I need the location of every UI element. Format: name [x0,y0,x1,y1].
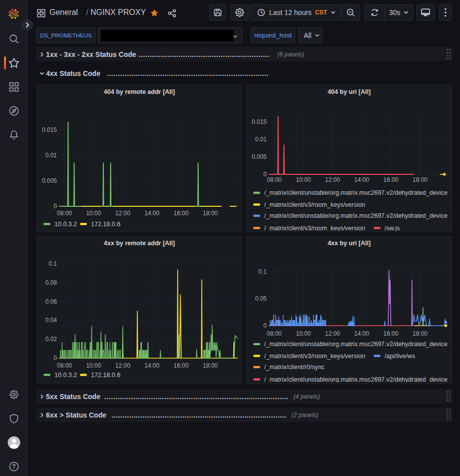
svg-text:08:00: 08:00 [57,362,72,369]
svg-text:10:00: 10:00 [86,362,101,369]
svg-text:/sw.js: /sw.js [385,225,400,232]
svg-text:/_matrix/client/unstable/org.m: /_matrix/client/unstable/org.matrix.msc2… [264,212,448,219]
svg-text:/_matrix/client/unstable/org.m: /_matrix/client/unstable/org.matrix.msc2… [264,189,448,196]
svg-text:0.05: 0.05 [255,295,267,302]
svg-text:0.02: 0.02 [45,336,57,343]
svg-text:08:00: 08:00 [57,210,72,217]
svg-text:0.08: 0.08 [45,279,57,286]
svg-text:16:00: 16:00 [174,210,189,217]
svg-text:18:00: 18:00 [413,176,428,183]
svg-text:0: 0 [263,322,267,329]
svg-text:08:00: 08:00 [267,330,282,337]
svg-text:18:00: 18:00 [413,330,428,337]
svg-text:12:00: 12:00 [115,210,130,217]
svg-text:08:00: 08:00 [267,176,282,183]
svg-text:/_matrix/client/v3/room_keys/v: /_matrix/client/v3/room_keys/version [264,353,365,360]
svg-text:172.18.0.6: 172.18.0.6 [91,372,120,379]
svg-text:16:00: 16:00 [384,330,399,337]
svg-text:/_matrix/client/unstable/org.m: /_matrix/client/unstable/org.matrix.msc2… [264,376,448,383]
svg-text:14:00: 14:00 [354,176,369,183]
svg-text:0.005: 0.005 [252,153,267,160]
svg-text:10:00: 10:00 [296,330,311,337]
svg-text:0: 0 [53,355,57,362]
svg-text:0.015: 0.015 [252,118,267,125]
svg-text:0.015: 0.015 [42,126,57,133]
svg-text:?: ? [12,463,15,470]
svg-text:14:00: 14:00 [354,330,369,337]
svg-text:18:00: 18:00 [203,210,218,217]
svg-text:10.0.3.2: 10.0.3.2 [54,372,77,379]
svg-text:12:00: 12:00 [115,362,130,369]
svg-text:16:00: 16:00 [174,362,189,369]
svg-text:0.01: 0.01 [255,136,267,143]
svg-text:12:00: 12:00 [325,330,340,337]
svg-text:10.0.3.2: 10.0.3.2 [54,221,77,228]
svg-text:/_matrix/client/unstable/org.m: /_matrix/client/unstable/org.matrix.msc2… [264,341,448,348]
svg-text:/_matrix/client/v3/room_keys/v: /_matrix/client/v3/room_keys/version [264,201,365,208]
svg-text:/api/live/ws: /api/live/ws [385,353,415,360]
svg-text:10:00: 10:00 [296,176,311,183]
svg-text:172.18.0.6: 172.18.0.6 [91,221,120,228]
svg-text:14:00: 14:00 [144,362,159,369]
svg-text:10:00: 10:00 [86,210,101,217]
svg-text:0.1: 0.1 [48,260,57,267]
svg-text:18:00: 18:00 [203,362,218,369]
svg-text:14:00: 14:00 [144,210,159,217]
svg-text:0.06: 0.06 [45,298,57,305]
svg-text:0.005: 0.005 [42,177,57,184]
svg-text:/_matrix/client/r0/sync: /_matrix/client/r0/sync [264,364,325,371]
svg-text:0.01: 0.01 [45,152,57,159]
svg-text:0.04: 0.04 [45,317,57,324]
svg-text:16:00: 16:00 [384,176,399,183]
svg-text:/_matrix/client/v3/room_keys/v: /_matrix/client/v3/room_keys/version [264,225,365,232]
svg-text:12:00: 12:00 [325,176,340,183]
svg-text:0.1: 0.1 [258,268,267,275]
svg-text:0: 0 [53,203,57,210]
